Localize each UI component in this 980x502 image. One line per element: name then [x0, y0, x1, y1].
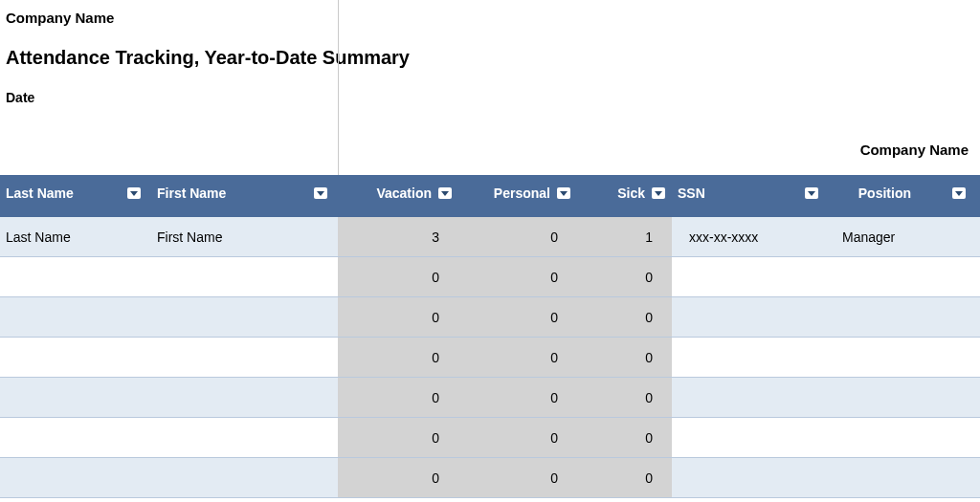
cell-position[interactable]: Manager [825, 217, 980, 256]
cell-first-name[interactable] [151, 418, 338, 457]
company-name-top: Company Name [6, 10, 974, 26]
filter-dropdown-icon[interactable] [651, 186, 666, 200]
header-vacation[interactable]: Vacation [338, 175, 458, 211]
header-position[interactable]: Position [825, 175, 980, 211]
cell-ssn[interactable] [672, 297, 825, 337]
cell-personal[interactable]: 0 [458, 458, 577, 497]
cell-personal[interactable]: 0 [458, 297, 577, 337]
page-title: Attendance Tracking, Year-to-Date Summar… [6, 47, 974, 69]
date-label: Date [6, 90, 974, 105]
cell-first-name[interactable] [151, 378, 338, 417]
header-personal[interactable]: Personal [458, 175, 577, 211]
cell-first-name[interactable]: First Name [151, 217, 338, 256]
cell-position[interactable] [825, 297, 980, 337]
cell-sick[interactable]: 1 [577, 217, 672, 256]
table-row: 000 [0, 458, 980, 498]
cell-sick[interactable]: 0 [577, 418, 672, 457]
cell-vacation[interactable]: 0 [338, 257, 458, 296]
company-name-right: Company Name [860, 142, 969, 158]
table-row: 000 [0, 378, 980, 418]
filter-dropdown-icon[interactable] [804, 186, 819, 200]
cell-vacation[interactable]: 0 [338, 418, 458, 457]
cell-position[interactable] [825, 338, 980, 377]
cell-sick[interactable]: 0 [577, 378, 672, 417]
cell-vacation-value: 0 [432, 390, 439, 405]
cell-sick[interactable]: 0 [577, 338, 672, 377]
cell-personal-value: 0 [550, 350, 558, 365]
vertical-divider [338, 0, 339, 175]
cell-sick-value: 0 [645, 310, 653, 325]
cell-last-name[interactable] [0, 257, 151, 296]
cell-vacation[interactable]: 0 [338, 378, 458, 417]
cell-vacation-value: 0 [432, 350, 439, 365]
header-first-name[interactable]: First Name [151, 175, 338, 211]
cell-ssn[interactable] [672, 338, 825, 377]
filter-dropdown-icon[interactable] [951, 186, 967, 200]
cell-vacation[interactable]: 3 [338, 217, 458, 256]
cell-personal[interactable]: 0 [458, 217, 577, 256]
cell-personal-value: 0 [550, 390, 558, 405]
header-label: Personal [494, 186, 550, 201]
attendance-table: Last Name First Name Vacation Personal S… [0, 175, 980, 498]
cell-last-name[interactable] [0, 418, 151, 457]
cell-first-name[interactable] [151, 257, 338, 296]
cell-personal[interactable]: 0 [458, 418, 577, 457]
table-row: 000 [0, 418, 980, 458]
header-label: Sick [617, 186, 645, 201]
cell-sick-value: 1 [645, 229, 653, 245]
header-label: Vacation [376, 186, 432, 201]
cell-position[interactable] [825, 257, 980, 296]
cell-personal[interactable]: 0 [458, 257, 577, 296]
cell-vacation[interactable]: 0 [338, 297, 458, 337]
filter-dropdown-icon[interactable] [556, 186, 571, 200]
cell-sick-value: 0 [645, 390, 653, 405]
cell-ssn[interactable] [672, 378, 825, 417]
cell-last-name-value: Last Name [6, 229, 71, 245]
filter-dropdown-icon[interactable] [126, 186, 142, 200]
filter-dropdown-icon[interactable] [437, 186, 453, 200]
header-ssn[interactable]: SSN [672, 175, 825, 211]
cell-sick-value: 0 [645, 430, 653, 446]
cell-ssn-value: xxx-xx-xxxx [689, 229, 758, 245]
cell-sick[interactable]: 0 [577, 257, 672, 296]
filter-dropdown-icon[interactable] [313, 186, 328, 200]
cell-vacation-value: 0 [432, 310, 439, 325]
table-row: 000 [0, 297, 980, 338]
cell-ssn[interactable] [672, 418, 825, 457]
cell-last-name[interactable] [0, 458, 151, 497]
cell-sick[interactable]: 0 [577, 458, 672, 497]
cell-sick[interactable]: 0 [577, 297, 672, 337]
cell-personal[interactable]: 0 [458, 338, 577, 377]
cell-ssn[interactable] [672, 257, 825, 296]
table-row: 000 [0, 338, 980, 378]
cell-first-name[interactable] [151, 458, 338, 497]
table-row: Last NameFirst Name301xxx-xx-xxxxManager [0, 217, 980, 257]
cell-last-name[interactable] [0, 378, 151, 417]
cell-last-name[interactable] [0, 338, 151, 377]
cell-last-name[interactable] [0, 297, 151, 337]
cell-first-name[interactable] [151, 297, 338, 337]
cell-sick-value: 0 [645, 350, 653, 365]
table-row: 000 [0, 257, 980, 297]
cell-position-value: Manager [842, 229, 895, 245]
cell-position[interactable] [825, 418, 980, 457]
cell-vacation[interactable]: 0 [338, 458, 458, 497]
cell-last-name[interactable]: Last Name [0, 217, 151, 256]
cell-ssn[interactable] [672, 458, 825, 497]
header-label: Position [858, 186, 911, 201]
cell-position[interactable] [825, 458, 980, 497]
cell-first-name[interactable] [151, 338, 338, 377]
cell-ssn[interactable]: xxx-xx-xxxx [672, 217, 825, 256]
cell-vacation-value: 0 [432, 270, 439, 285]
cell-sick-value: 0 [645, 470, 653, 486]
header-label: Last Name [6, 186, 74, 201]
header-label: First Name [157, 186, 226, 201]
cell-position[interactable] [825, 378, 980, 417]
cell-vacation[interactable]: 0 [338, 338, 458, 377]
table-header-row: Last Name First Name Vacation Personal S… [0, 175, 980, 217]
cell-vacation-value: 3 [432, 229, 439, 245]
header-label: SSN [678, 186, 705, 201]
cell-personal[interactable]: 0 [458, 378, 577, 417]
header-last-name[interactable]: Last Name [0, 175, 151, 211]
header-sick[interactable]: Sick [577, 175, 672, 211]
